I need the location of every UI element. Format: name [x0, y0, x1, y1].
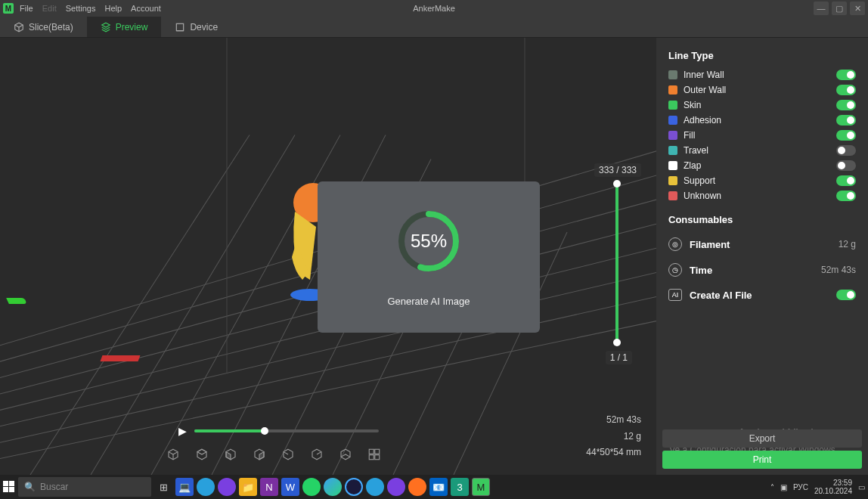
taskbar-app-8[interactable]	[324, 478, 342, 496]
menu-bar: File Edit Settings Help Account	[20, 4, 161, 13]
filament-value: 12 g	[839, 239, 856, 250]
print-button[interactable]: Print	[662, 451, 862, 469]
line-type-row: Inner Wall	[656, 67, 868, 82]
layer-track[interactable]	[615, 183, 618, 343]
tab-label: Slice(Beta)	[29, 22, 73, 33]
stat-weight: 12 g	[586, 429, 641, 445]
taskbar-app-2[interactable]	[197, 478, 215, 496]
maximize-button[interactable]: ▢	[832, 2, 847, 15]
tray-lang[interactable]: РУС	[793, 483, 808, 491]
taskbar-app-4[interactable]: 📁	[239, 478, 257, 496]
device-icon	[175, 22, 185, 33]
time-row: ◷ Time 52m 43s	[656, 257, 868, 283]
play-button[interactable]: ▶	[178, 425, 187, 437]
menu-settings[interactable]: Settings	[66, 4, 96, 13]
view-back-icon[interactable]	[310, 448, 324, 461]
timeline-knob[interactable]	[261, 427, 268, 435]
layer-knob-bottom[interactable]	[613, 339, 621, 346]
line-type-toggle[interactable]	[836, 70, 856, 80]
menu-help[interactable]: Help	[104, 4, 122, 13]
line-type-row: Fill	[656, 128, 868, 143]
line-type-toggle[interactable]	[836, 160, 856, 171]
taskbar-tray[interactable]: ˄ ▣ РУС 23:59 20.10.2024 ▭	[770, 479, 865, 495]
tray-notifications-icon[interactable]: ▭	[858, 483, 865, 491]
title-bar: M File Edit Settings Help Account AnkerM…	[0, 0, 868, 17]
progress-modal: 55% Generate AI Image	[318, 181, 540, 333]
taskbar-app-11[interactable]	[387, 478, 405, 496]
taskbar-app-12[interactable]	[408, 478, 426, 496]
tray-cloud-icon[interactable]: ▣	[780, 483, 787, 491]
tray-clock[interactable]: 23:59 20.10.2024	[814, 479, 852, 495]
taskbar-app-9[interactable]	[345, 478, 363, 496]
line-type-toggle[interactable]	[836, 191, 856, 201]
menu-file[interactable]: File	[20, 4, 33, 13]
view-top-icon[interactable]	[195, 448, 209, 461]
line-type-toggle[interactable]	[836, 145, 856, 156]
line-type-label: Support	[684, 175, 836, 186]
view-bottom-icon[interactable]	[339, 448, 352, 461]
consumables-title: Consumables	[656, 211, 868, 231]
line-color-swatch	[668, 116, 677, 125]
windows-taskbar: 🔍 Buscar ⊞ 💻 📁 N W 📧 3 M ˄ ▣ РУС 23:59 2…	[0, 475, 868, 499]
taskbar-app-14[interactable]: 3	[451, 478, 469, 496]
time-value: 52m 43s	[821, 265, 856, 275]
line-type-toggle[interactable]	[836, 85, 856, 95]
line-color-swatch	[668, 85, 677, 95]
taskbar-app-15[interactable]: M	[472, 478, 490, 496]
layer-knob-top[interactable]	[613, 180, 621, 188]
minimize-button[interactable]: —	[814, 2, 829, 15]
line-type-label: Travel	[684, 145, 836, 156]
tab-device[interactable]: Device	[161, 17, 231, 37]
line-type-toggle[interactable]	[836, 175, 856, 186]
app-logo: M	[3, 3, 14, 14]
line-type-row: Skin	[656, 98, 868, 113]
taskbar-search[interactable]: 🔍 Buscar	[18, 477, 151, 497]
tray-time: 23:59	[814, 479, 852, 487]
tray-date: 20.10.2024	[814, 487, 852, 495]
stats-panel: 52m 43s 12 g 44*50*54 mm	[586, 412, 641, 461]
line-type-toggle[interactable]	[836, 100, 856, 110]
line-type-toggle[interactable]	[836, 115, 856, 126]
taskbar-app-10[interactable]	[366, 478, 384, 496]
close-button[interactable]: ✕	[850, 2, 865, 15]
ai-file-row: AI Create AI File	[656, 283, 868, 307]
taskbar-app-1[interactable]: 💻	[175, 478, 194, 496]
view-all-icon[interactable]	[367, 448, 381, 461]
line-type-row: Unknown	[656, 188, 868, 203]
taskbar-app-5[interactable]: N	[260, 478, 278, 496]
line-type-row: Zlap	[656, 158, 868, 173]
view-left-icon[interactable]	[281, 448, 295, 461]
view-right-icon[interactable]	[253, 448, 266, 461]
task-view-icon[interactable]: ⊞	[154, 478, 172, 496]
filament-icon: ◎	[668, 237, 682, 251]
svg-rect-24	[375, 455, 380, 460]
taskbar-app-3[interactable]	[218, 478, 236, 496]
start-button[interactable]	[3, 481, 15, 493]
view-front-icon[interactable]	[224, 448, 237, 461]
line-type-label: Inner Wall	[684, 70, 836, 80]
ai-file-toggle[interactable]	[836, 290, 856, 300]
taskbar-app-6[interactable]: W	[281, 478, 299, 496]
menu-account[interactable]: Account	[131, 4, 161, 13]
timeline-track[interactable]	[194, 429, 379, 432]
right-sidebar: Line Type Inner WallOuter WallSkinAdhesi…	[656, 38, 868, 475]
svg-line-10	[91, 135, 295, 475]
view-icon-row	[166, 448, 381, 461]
mode-tabs: Slice(Beta) Preview Device	[0, 17, 868, 38]
tab-preview[interactable]: Preview	[87, 17, 162, 37]
taskbar-app-13[interactable]: 📧	[429, 478, 448, 496]
tab-slice[interactable]: Slice(Beta)	[0, 17, 87, 37]
line-color-swatch	[668, 146, 677, 155]
tab-label: Preview	[116, 22, 148, 33]
view-iso-icon[interactable]	[166, 448, 180, 461]
tray-chevron-icon[interactable]: ˄	[770, 483, 774, 491]
export-button[interactable]: Export	[662, 429, 862, 448]
line-type-row: Adhesion	[656, 113, 868, 128]
line-type-toggle[interactable]	[836, 130, 856, 141]
stat-dims: 44*50*54 mm	[586, 445, 641, 461]
progress-label: Generate AI Image	[387, 296, 470, 307]
ai-icon: AI	[668, 289, 682, 301]
viewport-3d[interactable]: 333 / 333 1 / 1 ▶	[0, 38, 656, 475]
line-type-label: Outer Wall	[684, 85, 836, 95]
taskbar-app-7[interactable]	[302, 478, 321, 496]
